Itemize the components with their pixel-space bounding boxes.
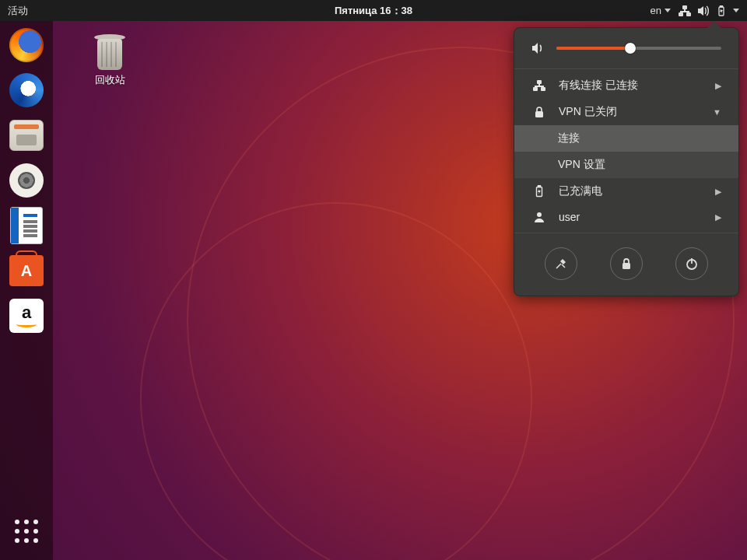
input-source-label: en (651, 5, 661, 16)
menu-user[interactable]: user ▶ (514, 205, 738, 229)
power-icon (685, 257, 699, 271)
input-source-indicator[interactable]: en (651, 5, 671, 16)
files-icon (9, 120, 44, 151)
battery-full-icon (531, 185, 547, 198)
menu-battery[interactable]: 已充满电 ▶ (514, 178, 738, 205)
chevron-down-icon: ▼ (713, 107, 721, 117)
lock-icon (531, 106, 547, 118)
chevron-right-icon: ▶ (715, 81, 721, 91)
chevron-right-icon: ▶ (715, 187, 721, 197)
action-row (514, 236, 738, 285)
activities-button[interactable]: 活动 (8, 4, 28, 18)
menu-label: VPN 已关闭 (559, 105, 713, 119)
firefox-icon (9, 28, 44, 62)
thunderbird-icon (9, 73, 44, 107)
dock-app-amazon[interactable]: a (7, 296, 46, 335)
menu-label: 有线连接 已连接 (559, 79, 715, 93)
settings-button[interactable] (545, 247, 577, 280)
chevron-down-icon (733, 9, 739, 12)
desktop-icon-trash[interactable]: 回收站 (75, 31, 145, 87)
svg-rect-1 (679, 12, 683, 16)
svg-rect-8 (533, 87, 538, 91)
battery-icon (716, 5, 727, 16)
menu-label: 连接 (558, 131, 721, 145)
volume-slider[interactable] (556, 47, 721, 50)
user-icon (531, 211, 547, 223)
volume-row (514, 28, 738, 65)
svg-rect-14 (538, 186, 541, 187)
svg-rect-4 (680, 11, 689, 12)
svg-rect-16 (622, 263, 630, 269)
volume-slider-thumb[interactable] (625, 43, 636, 54)
lock-button[interactable] (610, 247, 643, 280)
software-bag-icon (9, 255, 44, 286)
menu-label: 已充满电 (559, 184, 715, 198)
dock: a (0, 21, 53, 560)
writer-icon (10, 207, 43, 244)
desktop-icon-label: 回收站 (75, 73, 145, 87)
menu-label: VPN 设置 (558, 158, 721, 172)
chevron-right-icon: ▶ (715, 212, 721, 222)
volume-icon (697, 5, 710, 16)
dock-app-files[interactable] (7, 116, 46, 155)
dock-app-rhythmbox[interactable] (7, 161, 46, 200)
svg-rect-11 (535, 86, 544, 87)
dock-app-thunderbird[interactable] (7, 71, 46, 110)
rhythmbox-icon (9, 163, 44, 198)
svg-rect-12 (535, 111, 543, 117)
svg-rect-9 (541, 87, 545, 91)
trash-icon (91, 31, 128, 70)
chevron-down-icon (665, 9, 671, 12)
network-wired-icon (679, 5, 691, 16)
volume-icon[interactable] (531, 42, 545, 54)
menu-vpn-settings[interactable]: VPN 设置 (514, 152, 738, 178)
svg-rect-7 (537, 80, 542, 84)
top-bar: 活动 Пятница 16：38 en (0, 0, 747, 21)
svg-point-15 (537, 212, 542, 217)
tools-icon (554, 257, 568, 271)
system-menu: 有线连接 已连接 ▶ VPN 已关闭 ▼ 连接 VPN 设置 已充满电 ▶ us… (514, 27, 739, 296)
amazon-icon: a (9, 299, 44, 333)
network-wired-icon (531, 80, 547, 91)
menu-vpn-connect[interactable]: 连接 (514, 125, 738, 152)
svg-rect-6 (721, 5, 723, 7)
volume-slider-fill (556, 47, 630, 50)
separator (514, 68, 738, 69)
dock-app-ubuntu-software[interactable] (7, 251, 46, 290)
menu-wired-connection[interactable]: 有线连接 已连接 ▶ (514, 72, 738, 99)
show-applications-button[interactable] (7, 512, 46, 551)
menu-label: user (559, 211, 715, 223)
lock-icon (620, 257, 633, 271)
power-button[interactable] (675, 247, 708, 280)
svg-rect-2 (686, 12, 691, 16)
clock[interactable]: Пятница 16：38 (335, 4, 412, 18)
menu-vpn[interactable]: VPN 已关闭 ▼ (514, 99, 738, 125)
dock-app-firefox[interactable] (7, 26, 46, 65)
svg-rect-0 (682, 5, 687, 9)
dock-app-libreoffice-writer[interactable] (7, 206, 46, 245)
separator (514, 233, 738, 233)
system-status-area[interactable] (679, 5, 739, 16)
